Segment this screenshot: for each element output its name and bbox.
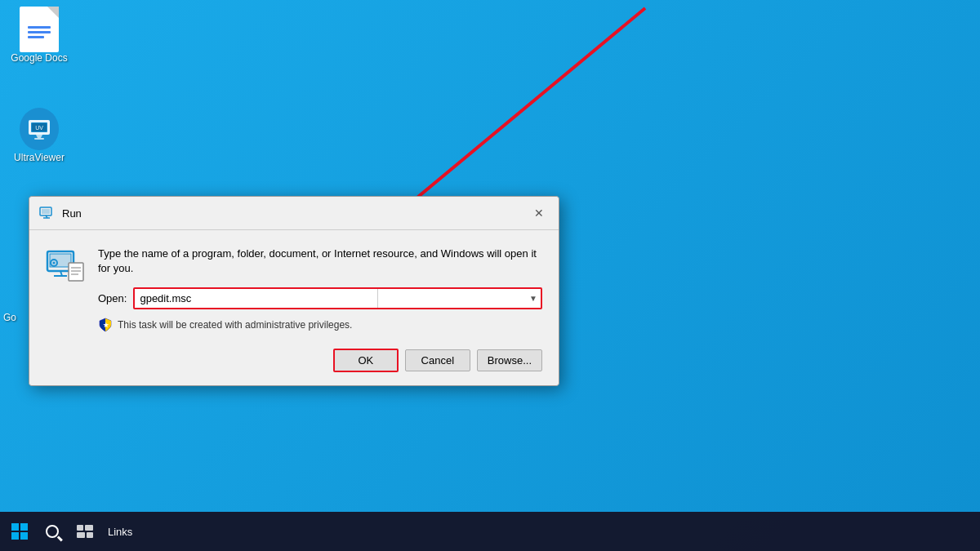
run-dialog: Run ✕ bbox=[29, 196, 559, 386]
task-view-button[interactable] bbox=[72, 518, 98, 544]
dialog-icon-area bbox=[46, 247, 85, 289]
dialog-title-text: Run bbox=[62, 207, 82, 220]
task-view-icon bbox=[77, 525, 93, 538]
dialog-title-left: Run bbox=[39, 205, 82, 221]
cancel-button[interactable]: Cancel bbox=[405, 349, 470, 371]
dialog-close-button[interactable]: ✕ bbox=[529, 203, 549, 223]
ultraviewer-icon-image: UV bbox=[20, 109, 59, 149]
svg-marker-2 bbox=[36, 135, 42, 138]
ultraviewer-svg: UV bbox=[26, 116, 52, 142]
svg-rect-25 bbox=[85, 525, 93, 531]
run-icon bbox=[46, 247, 85, 286]
desktop-icon-ultraviewer[interactable]: UV UltraViewer bbox=[7, 106, 72, 167]
browse-button[interactable]: Browse... bbox=[477, 349, 542, 371]
svg-text:★: ★ bbox=[103, 322, 109, 329]
open-dropdown[interactable]: ▼ bbox=[377, 289, 541, 308]
open-label: Open: bbox=[98, 292, 127, 304]
search-button[interactable] bbox=[39, 518, 65, 544]
partial-label: Go bbox=[0, 310, 20, 325]
svg-rect-26 bbox=[77, 532, 85, 538]
svg-rect-9 bbox=[42, 209, 50, 214]
svg-text:UV: UV bbox=[35, 125, 43, 131]
desktop-icon-google-docs[interactable]: Google Docs bbox=[7, 7, 72, 67]
dialog-description: Type the name of a program, folder, docu… bbox=[98, 247, 542, 276]
ultraviewer-label: UltraViewer bbox=[14, 152, 65, 163]
ok-button[interactable]: OK bbox=[333, 349, 399, 372]
admin-notice: ★ This task will be created with adminis… bbox=[98, 318, 542, 332]
dialog-body: Type the name of a program, folder, docu… bbox=[29, 230, 559, 340]
dialog-open-row: Open: ▼ bbox=[98, 287, 542, 309]
open-input[interactable] bbox=[135, 289, 377, 308]
windows-logo-icon bbox=[11, 523, 28, 540]
svg-rect-27 bbox=[87, 532, 93, 538]
taskbar: Links bbox=[0, 512, 980, 551]
svg-point-22 bbox=[53, 262, 56, 264]
dialog-titlebar: Run ✕ bbox=[29, 197, 559, 230]
admin-notice-text: This task will be created with administr… bbox=[118, 319, 352, 331]
desktop: Google Docs UV UltraViewer Go bbox=[0, 0, 980, 551]
google-docs-icon-image bbox=[20, 10, 59, 49]
svg-rect-3 bbox=[34, 138, 44, 140]
shield-icon: ★ bbox=[98, 318, 113, 332]
dialog-footer: OK Cancel Browse... bbox=[29, 340, 559, 385]
search-icon bbox=[46, 525, 59, 538]
taskbar-links-label: Links bbox=[108, 526, 132, 538]
run-dialog-title-icon bbox=[39, 205, 56, 221]
start-button[interactable] bbox=[7, 518, 33, 544]
open-input-wrapper: ▼ bbox=[133, 287, 542, 309]
chevron-down-icon: ▼ bbox=[529, 294, 537, 303]
svg-rect-24 bbox=[77, 525, 83, 531]
svg-rect-17 bbox=[69, 263, 83, 281]
google-docs-label: Google Docs bbox=[11, 52, 67, 64]
dialog-content: Type the name of a program, folder, docu… bbox=[98, 247, 542, 332]
